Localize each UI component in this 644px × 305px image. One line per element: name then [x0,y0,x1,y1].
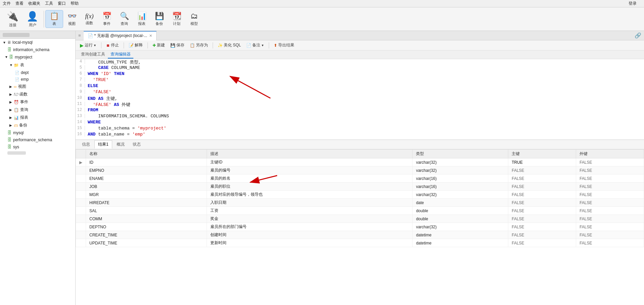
table-row[interactable]: JOB雇员的职位varchar(16)FALSEFALSE [76,183,644,191]
save-icon: 💾 [170,43,175,48]
tab-bar-menu[interactable]: ≡ [76,32,84,39]
table-row[interactable]: ▶ID主键IDvarchar(32)TRUEFALSE [76,158,644,166]
sidebar-item-emp[interactable]: 📄 emp [0,76,75,83]
sidebar-folder-functions[interactable]: ▶ f∅ 函数 [0,90,75,98]
cell-pk: TRUE [508,158,576,166]
cell-desc: 更新时间 [207,239,413,247]
explain-button[interactable]: 📝 解释 [127,42,144,49]
line-code[interactable]: AND table_name = 'emp' [88,132,145,137]
line-number: 4 [76,59,85,64]
toolbar-event[interactable]: 📅 事件 [98,10,116,28]
sidebar-item-dept[interactable]: 📄 dept [0,69,75,76]
table-row[interactable]: SAL工资doubleFALSEFALSE [76,207,644,215]
sql-editor[interactable]: 4 COLUMN_TYPE 类型,5 CASE COLUMN_NAME6WHEN… [76,59,644,140]
cell-pk: FALSE [508,183,576,191]
stop-button[interactable]: ⏹ 停止 [104,42,121,49]
beautify-button[interactable]: ✨ 美化 SQL [216,42,243,49]
toolbar-query[interactable]: 🔍 查询 [116,10,133,28]
result-tab-overview[interactable]: 概况 [113,140,128,149]
line-code[interactable]: INFORMATION_SCHEMA. COLUMNS [88,114,169,119]
save-button[interactable]: 💾 保存 [169,42,186,49]
toolbar-connect[interactable]: 🔌 连接 [3,9,23,29]
tab-extra-icon[interactable]: 🔗 [632,32,644,39]
sidebar-folder-backup[interactable]: ▶ 🗃 备份 [0,121,75,129]
sidebar-item-performance-schema[interactable]: 🗄 performance_schema [0,136,75,143]
export-button[interactable]: ⬆ 导出结果 [272,42,296,49]
cell-fk: FALSE [576,166,644,175]
menubar: 文件 查看 收藏夹 工具 窗口 帮助 登录 [0,0,644,7]
table-row[interactable]: DEPTNO雇员所在的部门编号varchar(32)FALSEFALSE [76,223,644,231]
line-code[interactable]: 'TRUE' [88,77,109,82]
sidebar-item-mysql[interactable]: 🗄 mysql [0,129,75,136]
comment-button[interactable]: 📄 备注 ▼ [245,42,266,49]
sidebar-folder-queries[interactable]: ▶ 📋 查询 [0,106,75,114]
line-code[interactable]: 'FALSE' AS 外键 [88,102,130,108]
line-number: 15 [76,126,85,130]
row-selector [76,183,86,191]
sidebar-item-information-schema[interactable]: 🗄 information_schema [0,46,75,53]
line-code[interactable]: WHEN 'ID' THEN [88,71,124,76]
toolbar-table[interactable]: 📋 表 [45,10,63,28]
toolbar-report[interactable]: 📊 报表 [133,10,151,28]
toolbar-user[interactable]: 👤 用户 [23,9,42,29]
tab-extra-symbol: 🔗 [635,33,641,38]
menu-help[interactable]: 帮助 [71,1,79,6]
run-dropdown-arrow[interactable]: ▼ [93,44,96,47]
query-tab[interactable]: 📄 * 无标题 @myproject (local-... ✕ [84,31,157,40]
line-code[interactable]: COLUMN_TYPE 类型, [88,59,141,65]
table-row[interactable]: MGR雇员对应的领导编号，领导也varchar(32)FALSEFALSE [76,191,644,199]
line-code[interactable]: ELSE [88,83,98,88]
sidebar-folder-tables[interactable]: ▼ 📁 表 [0,61,75,69]
sql-line-16: 16AND table_name = 'emp' [76,132,644,138]
table-row[interactable]: CREATE_TIME创建时间datetimeFALSEFALSE [76,231,644,239]
sub-tab-editor[interactable]: 查询编辑器 [108,51,133,59]
sidebar-tables-label: 表 [20,62,24,68]
new-button[interactable]: ✚ 新建 [151,42,167,49]
menu-file[interactable]: 文件 [3,1,11,6]
table-row[interactable]: COMM奖金doubleFALSEFALSE [76,215,644,223]
sidebar-folder-views[interactable]: ▶ ∞ 视图 [0,83,75,90]
col-pk: 主键 [508,150,576,158]
menu-tools[interactable]: 工具 [45,1,53,6]
table-row[interactable]: HIREDATE入职日期dateFALSEFALSE [76,199,644,207]
menu-favorites[interactable]: 收藏夹 [28,1,40,6]
toolbar-schedule[interactable]: 📆 计划 [168,10,185,28]
toolbar-backup[interactable]: 💾 备份 [151,10,168,28]
line-code[interactable]: CASE COLUMN_NAME [88,65,140,70]
main-area: ▼ 🖥 local-mysql 🗄 information_schema ▼ 🗄… [0,31,644,305]
menu-window[interactable]: 窗口 [58,1,66,6]
table-row[interactable]: UPDATE_TIME更新时间datetimeFALSEFALSE [76,239,644,247]
result-tab-info[interactable]: 信息 [78,140,94,149]
line-code[interactable]: table_schema = 'myproject' [88,126,166,131]
sidebar-item-myproject[interactable]: ▼ 🗄 myproject [0,53,75,61]
line-code[interactable]: 'FALSE' [88,89,111,94]
toolbar-function[interactable]: f(x) 函数 [81,11,98,27]
line-code[interactable]: END AS 主键, [88,96,117,102]
toolbar-view-label: 视图 [68,21,76,26]
line-number: 13 [76,114,85,118]
root-expand-arrow: ▼ [3,41,6,44]
sidebar-root[interactable]: ▼ 🖥 local-mysql [0,39,75,46]
cell-fk: FALSE [576,223,644,231]
row-selector [76,231,86,239]
menu-view[interactable]: 查看 [15,1,24,6]
line-code[interactable]: FROM [88,108,98,113]
line-code[interactable]: WHERE [88,120,101,125]
comment-dropdown[interactable]: ▼ [261,44,264,47]
result-tab-result1[interactable]: 结果1 [94,140,112,149]
sidebar-folder-events[interactable]: ▶ ⏰ 事件 [0,98,75,106]
toolbar-model[interactable]: 🗂 模型 [185,10,203,28]
table-row[interactable]: ENAME雇员的姓名varchar(16)FALSEFALSE [76,175,644,183]
login-button[interactable]: 登录 [629,1,637,6]
sidebar-folder-reports[interactable]: ▶ 📊 报表 [0,114,75,121]
table-row[interactable]: EMPNO雇员的编号varchar(32)FALSEFALSE [76,166,644,175]
tab-close-btn[interactable]: ✕ [149,34,152,38]
toolbar-view[interactable]: 👓 视图 [63,10,81,28]
save-as-button[interactable]: 📋 另存为 [188,42,210,49]
sidebar-item-sys[interactable]: 🗄 sys [0,143,75,150]
run-button[interactable]: ▶ 运行 ▼ [78,42,98,49]
sub-tab-builder[interactable]: 查询创建工具 [78,51,108,59]
report-icon: 📊 [137,12,146,21]
content-area: ≡ 📄 * 无标题 @myproject (local-... ✕ 🔗 ▶ 运行… [76,31,644,305]
result-tab-status[interactable]: 状态 [129,140,144,149]
